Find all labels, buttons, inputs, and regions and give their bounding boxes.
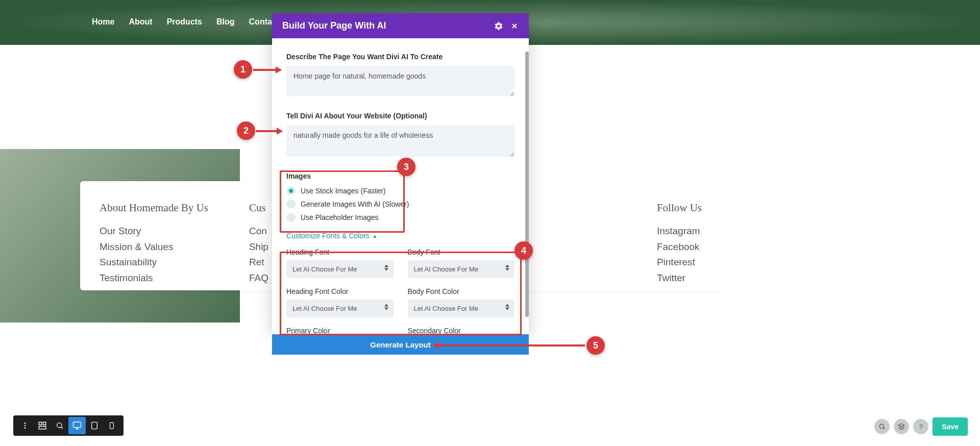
svg-rect-10 <box>43 422 46 425</box>
nav-blog[interactable]: Blog <box>216 17 235 27</box>
caret-up-icon: ▲ <box>373 233 378 239</box>
search-circle-icon[interactable] <box>874 419 890 434</box>
radio-placeholder[interactable]: Use Placeholder Images <box>286 213 514 222</box>
modal-body: Describe The Page You Want Divi AI To Cr… <box>272 38 529 334</box>
images-group: Images Use Stock Images (Faster) Generat… <box>286 172 514 222</box>
save-button[interactable]: Save <box>933 417 968 436</box>
annotation-arrow-2 <box>256 130 282 132</box>
nav-about[interactable]: About <box>129 17 152 27</box>
radio-icon <box>286 213 296 222</box>
about-label: Tell Divi AI About Your Website (Optiona… <box>286 112 514 120</box>
footer-link[interactable]: Our Story <box>100 225 208 238</box>
font-color-grid: Heading Font Let AI Choose For Me Body F… <box>286 248 514 334</box>
radio-icon <box>286 200 296 209</box>
wireframe-icon[interactable] <box>34 417 51 434</box>
svg-rect-11 <box>39 427 46 429</box>
annotation-arrow-1 <box>253 69 281 71</box>
modal-header: Build Your Page With AI <box>272 13 529 38</box>
primary-color-label: Primary Color <box>286 327 394 334</box>
body-color-label: Body Font Color <box>408 287 515 295</box>
customize-fonts-colors-toggle[interactable]: Customize Fonts & Colors ▲ <box>286 232 378 240</box>
help-icon[interactable]: ? <box>913 419 928 434</box>
heading-font-select[interactable]: Let AI Choose For Me <box>286 260 394 278</box>
describe-label: Describe The Page You Want Divi AI To Cr… <box>286 53 514 61</box>
desktop-icon[interactable] <box>68 417 86 434</box>
footer-link[interactable]: Twitter <box>657 271 702 285</box>
nav-home[interactable]: Home <box>92 17 114 27</box>
body-color-select[interactable]: Let AI Choose For Me <box>408 300 515 317</box>
modal-title: Build Your Page With AI <box>282 20 487 31</box>
footer-link[interactable]: FAQ <box>249 271 268 285</box>
builder-toolbar <box>13 415 124 436</box>
heading-color-label: Heading Font Color <box>286 287 394 295</box>
radio-label: Generate Images With AI (Slower) <box>301 200 409 208</box>
footer-link[interactable]: Ship <box>249 240 268 254</box>
heading-font-label: Heading Font <box>286 248 394 256</box>
footer-heading-customer: Cus <box>249 202 268 214</box>
footer-link[interactable]: Pinterest <box>657 256 702 269</box>
gear-icon[interactable] <box>494 21 503 31</box>
body-font-select[interactable]: Let AI Choose For Me <box>408 260 515 278</box>
footer-link[interactable]: Ret <box>249 256 268 269</box>
annotation-3: 3 <box>397 158 415 176</box>
close-icon[interactable] <box>510 22 519 30</box>
footer-link[interactable]: Sustainability <box>100 256 208 269</box>
nav-products[interactable]: Products <box>167 17 202 27</box>
body-font-label: Body Font <box>408 248 515 256</box>
annotation-4: 4 <box>514 241 533 260</box>
footer-link[interactable]: Instagram <box>657 225 702 238</box>
svg-point-8 <box>24 427 26 429</box>
layers-icon[interactable] <box>894 419 909 434</box>
annotation-2: 2 <box>237 121 255 140</box>
zoom-icon[interactable] <box>51 417 68 434</box>
radio-generate-ai[interactable]: Generate Images With AI (Slower) <box>286 200 514 209</box>
footer-heading-about: About Homemade By Us <box>100 202 208 214</box>
svg-rect-19 <box>110 423 114 429</box>
describe-input[interactable] <box>286 66 514 96</box>
svg-rect-9 <box>39 422 41 425</box>
annotation-5: 5 <box>586 336 605 355</box>
svg-line-13 <box>61 427 63 429</box>
svg-point-21 <box>880 424 884 428</box>
radio-label: Use Placeholder Images <box>301 213 379 221</box>
footer-col-customer: Cus Con Ship Ret FAQ <box>249 202 268 270</box>
customize-link-text: Customize Fonts & Colors <box>286 232 370 240</box>
svg-point-7 <box>24 425 26 427</box>
footer-heading-follow: Follow Us <box>657 202 702 214</box>
radio-stock-images[interactable]: Use Stock Images (Faster) <box>286 186 514 195</box>
heading-color-select[interactable]: Let AI Choose For Me <box>286 300 394 317</box>
footer-link[interactable]: Con <box>249 225 268 238</box>
phone-icon[interactable] <box>103 417 120 434</box>
footer-link[interactable]: Facebook <box>657 240 702 254</box>
footer-link[interactable]: Testimonials <box>100 271 208 285</box>
about-input[interactable] <box>286 125 514 157</box>
svg-rect-17 <box>92 422 97 429</box>
svg-marker-23 <box>898 424 904 427</box>
footer-link[interactable]: Mission & Values <box>100 240 208 254</box>
svg-line-22 <box>884 428 885 429</box>
more-icon[interactable] <box>16 417 34 434</box>
annotation-1: 1 <box>234 60 252 79</box>
footer-col-follow: Follow Us Instagram Facebook Pinterest T… <box>657 202 702 270</box>
svg-rect-14 <box>74 422 81 428</box>
annotation-arrow-5 <box>434 344 585 346</box>
svg-point-6 <box>24 423 26 424</box>
radio-icon <box>286 186 296 195</box>
tablet-icon[interactable] <box>86 417 103 434</box>
footer-col-about: About Homemade By Us Our Story Mission &… <box>100 202 208 270</box>
radio-label: Use Stock Images (Faster) <box>301 187 386 195</box>
svg-point-12 <box>57 423 62 428</box>
builder-right-controls: ? Save <box>874 417 968 436</box>
secondary-color-label: Secondary Color <box>408 327 515 334</box>
